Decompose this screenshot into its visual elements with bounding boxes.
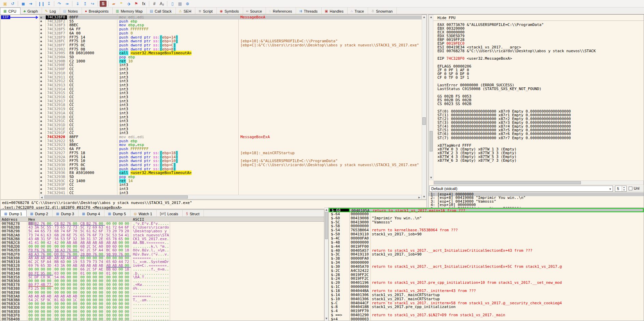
stack-row[interactable]: $-5000419110stack1_vs_2017._iob+90 <box>329 232 644 236</box>
stack-row[interactable]: $-440019FF00 <box>329 245 644 249</box>
disasm-row[interactable]: 74C3293FCCint3 <box>39 183 422 187</box>
tab-log[interactable]: ✎Log <box>42 8 60 14</box>
disasm-row[interactable]: 74C328F9FF75 14push dword ptr ss:[ebp+14… <box>39 35 422 40</box>
tab-struct[interactable]: §Struct <box>183 210 204 217</box>
breakpoint-dot[interactable] <box>40 100 42 102</box>
stack-row[interactable]: $-3800000FA0 <box>329 257 644 261</box>
breakpoint-dot[interactable] <box>40 76 42 78</box>
register-line[interactable]: EDI 0076B278 &"C:\\Users\\ricardo\\Deskt… <box>437 49 596 53</box>
disasm-row[interactable]: 74C328F56A FFpush FFFFFFFF <box>39 27 422 31</box>
registers-panel[interactable]: ▲ ▼ Hide FPU EAX 00773A70 &"ALLUSERSPROF… <box>428 14 644 207</box>
tab-dump-3[interactable]: ▦Dump 3 <box>53 210 79 217</box>
stack-row[interactable]: $-680040105Areturn to stack1_vs_2017.mai… <box>329 208 644 212</box>
patches-icon[interactable]: ▰ <box>110 1 117 7</box>
tab-threads[interactable]: ⇉Threads <box>296 8 322 14</box>
disasm-row[interactable]: 74C329208BFFmov edi,ediMessageBoxExA <box>39 135 422 139</box>
disasm-row[interactable]: 74C328FFFF75 0Cpush dword ptr ss:[ebp+C]… <box>39 43 422 47</box>
tab-handles[interactable]: ▣Handles <box>322 8 348 14</box>
breakpoint-dot[interactable] <box>40 120 42 122</box>
disasm-row[interactable]: 74C32940CCint3 <box>39 187 422 191</box>
breakpoint-dot[interactable] <box>40 172 42 174</box>
skip-icon[interactable]: ⇓ <box>74 1 81 7</box>
breakpoint-dot[interactable] <box>40 97 42 98</box>
breakpoint-dot[interactable] <box>40 108 42 110</box>
disasm-row[interactable]: 74C328F08BFFmov edi,ediMessageBoxA <box>39 15 422 19</box>
disasm-row[interactable]: 74C32915CCint3 <box>39 91 422 95</box>
disasm-row[interactable]: 74C3292AFF75 14push dword ptr ss:[ebp+14… <box>39 155 422 159</box>
checkbox-box[interactable] <box>629 187 632 190</box>
disasm-row[interactable]: 74C32913CCint3 <box>39 83 422 87</box>
disasm-row[interactable]: 74C32919CCint3 <box>39 107 422 111</box>
disasm-row[interactable]: 74C32933FF75 08push dword ptr ss:[ebp+8] <box>39 167 422 171</box>
hash-icon[interactable]: # <box>151 1 158 7</box>
disasm-row[interactable]: 74C3291ECCint3 <box>39 127 422 131</box>
breakpoint-dot[interactable] <box>40 25 42 26</box>
breakpoint-dot[interactable] <box>40 176 42 178</box>
comment-icon[interactable]: ❝ <box>118 1 125 7</box>
breakpoint-dot[interactable] <box>40 168 42 170</box>
register-line[interactable]: LastStatus C0150008 (STATUS_SXS_KEY_NOT_… <box>437 87 542 91</box>
execute-till-return-icon[interactable]: ↠ <box>64 1 70 7</box>
stack-row[interactable]: $-5C00419000"Vamosss" <box>329 220 644 224</box>
register-line[interactable]: CS 0023 SS 002B <box>437 102 471 106</box>
run-icon[interactable]: ➜ <box>27 1 34 7</box>
bookmark-icon[interactable]: ⚑ <box>133 1 140 7</box>
disasm-row[interactable]: 74C3291BCCint3 <box>39 115 422 119</box>
step-into-icon[interactable]: ↧ <box>45 1 52 7</box>
disasm-row[interactable]: 74C3293B5Dpop ebp <box>39 175 422 179</box>
stack-row[interactable]: $-3C00419110stack1_vs_2017._iob+90 <box>329 252 644 257</box>
disasm-row[interactable]: 74C3290BC2 1000ret 10 <box>39 59 422 63</box>
tab-dump-1[interactable]: ▦Dump 1 <box>0 210 27 217</box>
disasm-row[interactable]: 74C3292255push ebp <box>39 139 422 143</box>
breakpoint-dot[interactable] <box>40 72 42 74</box>
step-out-icon[interactable]: ↥ <box>82 1 88 7</box>
breakpoint-dot[interactable] <box>40 164 42 166</box>
stack-vscrollbar[interactable]: ▲ ▼ <box>324 207 328 321</box>
register-line[interactable]: x87TW_6 3 (Empty) x87TW_7 3 (Empty) <box>437 159 517 162</box>
dump-panel[interactable]: ▦Dump 1▦Dump 2▦Dump 3▦Dump 4▦Dump 5◎Watc… <box>0 209 324 321</box>
tab-source[interactable]: ‹›Source <box>243 8 266 14</box>
tab-notes[interactable]: ▤Notes <box>60 8 82 14</box>
tab-dump-5[interactable]: ▦Dump 5 <box>104 210 130 217</box>
disasm-row[interactable]: 74C329256A FFpush FFFFFFFF <box>39 147 422 151</box>
breakpoint-dot[interactable] <box>40 184 42 186</box>
breakpoint-dot[interactable] <box>40 144 42 146</box>
dump-rows[interactable]: 0076B27888B27600C8B27600CBB2760000000000… <box>0 222 324 321</box>
stack-row[interactable]: $-2CA4C32422 <box>329 269 644 273</box>
disasm-row[interactable]: 74C3291FCCint3 <box>39 131 422 135</box>
stack-row[interactable]: $-6000419008"Imprimir You win..\n" <box>329 216 644 220</box>
breakpoint-dot[interactable] <box>40 156 42 158</box>
tab-watch-1[interactable]: ◎Watch 1 <box>130 210 157 217</box>
stack-panel[interactable]: $-680040105Areturn to stack1_vs_2017.mai… <box>328 207 644 321</box>
tab-cpu[interactable]: ▦CPU <box>0 8 20 14</box>
breakpoint-dot[interactable] <box>40 88 42 90</box>
tab-breakpoints[interactable]: ●Breakpoints <box>82 8 113 14</box>
disasm-row[interactable]: 74C32911CCint3 <box>39 75 422 79</box>
strings-icon[interactable]: A₂ <box>158 1 165 7</box>
modules-icon[interactable]: ▯ <box>169 1 176 7</box>
function-icon[interactable]: fx <box>140 1 147 7</box>
calculator-icon[interactable]: ▦ <box>177 1 183 7</box>
disasm-row[interactable]: 74C3291ACCint3 <box>39 111 422 115</box>
disasm-row[interactable]: 74C328F255push ebp <box>39 19 422 24</box>
breakpoint-dot[interactable] <box>40 84 42 86</box>
breakpoint-dot[interactable] <box>40 188 42 190</box>
tab-script[interactable]: ≣Script <box>195 8 217 14</box>
tab-references[interactable]: ◌References <box>266 8 296 14</box>
breakpoint-dot[interactable] <box>40 136 42 138</box>
disassembly-panel[interactable]: EIP 74C328F08BFFmov edi,ediMessageBoxA74… <box>0 14 427 209</box>
register-line[interactable]: EIP 74C328F0 <user32.MessageBoxA> <box>437 57 512 60</box>
disasm-row[interactable]: 74C3290A5Dpop ebp <box>39 55 422 59</box>
disasm-row[interactable]: 74C32917CCint3 <box>39 99 422 103</box>
calling-convention-select[interactable]: Default (stdcall) ▼ <box>429 186 613 192</box>
breakpoint-dot[interactable] <box>40 64 42 66</box>
stop-icon[interactable]: ◼ <box>20 1 27 7</box>
tab-trace[interactable]: ∴Trace <box>348 8 368 14</box>
scylla-icon[interactable]: S <box>100 1 107 7</box>
disasm-row[interactable]: 74C32905E8 D6010000call <user32.MessageB… <box>39 51 422 55</box>
disasm-row[interactable]: 74C328F38BECmov ebp,esp <box>39 23 422 27</box>
stepper-arrows[interactable]: ▲▼ <box>622 186 626 191</box>
breakpoint-dot[interactable] <box>40 128 42 130</box>
disassembly-vscrollbar[interactable]: ▲ ▼ <box>422 15 426 199</box>
breakpoint-dot[interactable] <box>40 32 42 34</box>
